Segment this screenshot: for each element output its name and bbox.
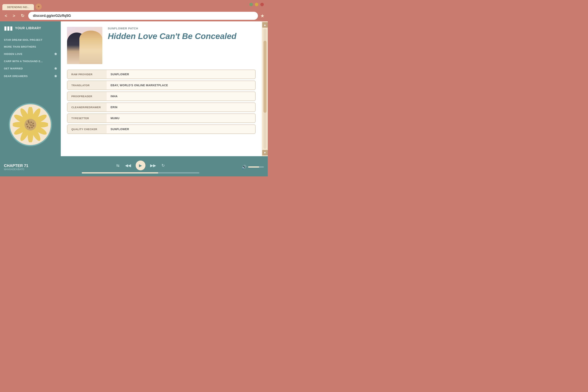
player-controls: ⇆ ◀◀ ▶ ▶▶ ↻	[42, 160, 238, 174]
sidebar-item-label: CARP WITH A THOUSAND E...	[4, 60, 43, 63]
sidebar-item-label: GET MARRIED	[4, 67, 23, 70]
credit-label-translator: TRANSLATOR	[68, 81, 106, 90]
svg-point-15	[32, 123, 34, 124]
scroll-thumb	[264, 41, 266, 113]
sidebar-list: STAR DREAM IDOL PROJECT MORE THAN BROTHE…	[0, 35, 61, 93]
sidebar-item-dear-dreamers[interactable]: DEAR DREAMERS ❀	[0, 72, 61, 80]
controls-row: ⇆ ◀◀ ▶ ▶▶ ↻	[116, 160, 166, 170]
sidebar-title: YOUR LIBRARY	[15, 26, 41, 30]
sidebar-logo	[0, 93, 61, 156]
previous-button[interactable]: ◀◀	[124, 162, 132, 168]
player-chapter: CHAPTER 71	[4, 164, 39, 168]
flower-icon: ❀	[54, 67, 57, 70]
credit-value-qc: SUNFLOWER	[106, 125, 255, 134]
credit-label-cleaner: CLEANER/REDRAWER	[68, 103, 106, 112]
svg-point-13	[28, 122, 30, 124]
progress-fill	[82, 172, 158, 174]
cover-art	[67, 27, 102, 64]
svg-point-21	[28, 120, 29, 122]
new-tab-button[interactable]: +	[36, 4, 42, 10]
svg-point-20	[26, 124, 28, 125]
credit-row-translator: TRANSLATOR EBAY, WORLD'S ONLINE MARKETPL…	[67, 80, 256, 90]
address-bar-row: < > ↻ ★	[0, 10, 268, 21]
repeat-button[interactable]: ↻	[161, 162, 166, 168]
maximize-button[interactable]	[255, 3, 258, 6]
credit-row-proofreader: PROOFREADER INHA	[67, 92, 256, 101]
credit-row-cleaner: CLEANER/REDRAWER ERIN	[67, 102, 256, 112]
main-layout: ▮▮▮ YOUR LIBRARY STAR DREAM IDOL PROJECT…	[0, 21, 268, 156]
forward-button[interactable]: >	[11, 12, 17, 19]
sidebar-item-label: STAR DREAM IDOL PROJECT	[4, 38, 42, 41]
bookmark-button[interactable]: ★	[260, 13, 264, 18]
svg-point-18	[29, 127, 30, 128]
svg-point-16	[33, 125, 34, 126]
tab-bar: DEFENDING IND... +	[0, 0, 268, 10]
volume-fill	[248, 166, 259, 168]
browser-chrome: DEFENDING IND... + < > ↻ ★	[0, 0, 268, 21]
svg-point-14	[30, 122, 32, 123]
credit-value-translator: EBAY, WORLD'S ONLINE MARKETPLACE	[106, 81, 255, 90]
sunflower-svg	[13, 107, 48, 142]
svg-point-17	[31, 126, 33, 128]
credit-label-typesetter: TYPESETTER	[68, 114, 106, 122]
credit-value-raw: SUNFLOWER	[106, 70, 255, 78]
flower-icon: ❀	[54, 52, 57, 56]
sidebar-item-label: HIDDEN LOVE	[4, 52, 22, 56]
credit-row-raw: RAW PROVIDER SUNFLOWER	[67, 70, 256, 79]
sidebar-item-label: MORE THAN BROTHERS	[4, 45, 36, 48]
sidebar-header: ▮▮▮ YOUR LIBRARY	[0, 21, 61, 35]
next-button[interactable]: ▶▶	[149, 162, 157, 168]
progress-bar[interactable]	[82, 172, 199, 174]
scrollbar: ▲ ▼	[262, 21, 268, 156]
scroll-track[interactable]	[264, 29, 266, 149]
credit-value-proofreader: INHA	[106, 92, 255, 100]
sidebar: ▮▮▮ YOUR LIBRARY STAR DREAM IDOL PROJECT…	[0, 21, 61, 156]
credit-label-raw: RAW PROVIDER	[68, 70, 106, 78]
flower-icon: ❀	[54, 74, 57, 78]
svg-point-24	[31, 124, 32, 126]
manga-header: SUNFLOWER PATCH Hidden Love Can't Be Con…	[67, 27, 256, 64]
svg-point-23	[30, 124, 30, 125]
scroll-down-button[interactable]: ▼	[262, 150, 268, 156]
sidebar-item-label: DEAR DREAMERS	[4, 75, 28, 78]
close-button[interactable]	[260, 3, 264, 6]
manga-cover	[67, 27, 102, 64]
volume-bar[interactable]	[248, 166, 264, 168]
player-info: CHAPTER 71 MANGADEX/BATO	[4, 164, 39, 171]
manga-title: Hidden Love Can't Be Concealed	[108, 32, 256, 41]
credit-value-typesetter: MUMU	[106, 114, 255, 122]
scroll-up-button[interactable]: ▲	[262, 22, 268, 28]
credit-row-qc: QUALITY CHECKER SUNFLOWER	[67, 124, 256, 134]
volume-icon: 🔊	[242, 165, 246, 169]
manga-publisher: SUNFLOWER PATCH	[108, 27, 256, 30]
player-bar: CHAPTER 71 MANGADEX/BATO ⇆ ◀◀ ▶ ▶▶ ↻ 🔊	[0, 156, 268, 176]
credit-row-typesetter: TYPESETTER MUMU	[67, 114, 256, 123]
window-controls	[249, 3, 264, 6]
svg-point-22	[30, 125, 31, 126]
credit-label-qc: QUALITY CHECKER	[68, 125, 106, 134]
sidebar-item-more-than-brothers[interactable]: MORE THAN BROTHERS	[0, 43, 61, 50]
player-source: MANGADEX/BATO	[4, 168, 39, 171]
credit-label-proofreader: PROOFREADER	[68, 92, 106, 100]
minimize-button[interactable]	[249, 3, 253, 6]
active-tab[interactable]: DEFENDING IND...	[2, 4, 34, 10]
address-input[interactable]	[28, 12, 258, 20]
volume-area: 🔊	[242, 165, 264, 169]
back-button[interactable]: <	[3, 12, 9, 19]
manga-info: SUNFLOWER PATCH Hidden Love Can't Be Con…	[108, 27, 256, 64]
sidebar-item-get-married[interactable]: GET MARRIED ❀	[0, 65, 61, 72]
sidebar-item-star-dream[interactable]: STAR DREAM IDOL PROJECT	[0, 36, 61, 43]
svg-point-19	[27, 126, 28, 128]
sidebar-item-carp[interactable]: CARP WITH A THOUSAND E...	[0, 58, 61, 65]
credit-value-cleaner: ERIN	[106, 103, 255, 112]
reload-button[interactable]: ↻	[19, 12, 26, 19]
sunflower-emblem	[9, 103, 52, 146]
sidebar-item-hidden-love[interactable]: HIDDEN LOVE ❀	[0, 50, 61, 58]
content-area: SUNFLOWER PATCH Hidden Love Can't Be Con…	[61, 21, 262, 156]
shuffle-button[interactable]: ⇆	[116, 162, 120, 168]
credits-table: RAW PROVIDER SUNFLOWER TRANSLATOR EBAY, …	[67, 70, 256, 134]
library-icon: ▮▮▮	[4, 25, 13, 31]
play-button[interactable]: ▶	[136, 160, 146, 170]
